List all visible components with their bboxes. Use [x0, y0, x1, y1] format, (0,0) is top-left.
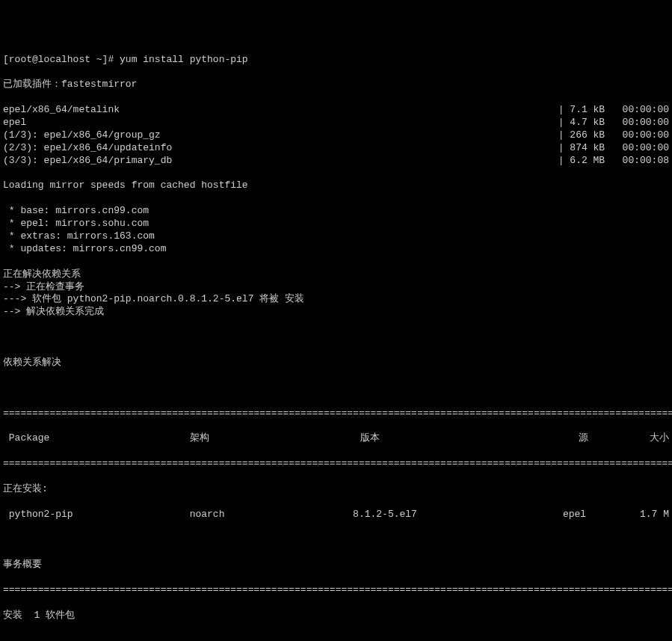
- repo-line: (1/3): epel/x86_64/group_gz| 266 kB 00:0…: [3, 129, 669, 142]
- plugin-line: 已加载插件：fastestmirror: [3, 79, 669, 91]
- text-line: * epel: mirrors.sohu.com: [3, 218, 669, 230]
- repo-line: (2/3): epel/x86_64/updateinfo| 874 kB 00…: [3, 142, 669, 155]
- repo-line: epel/x86_64/metalink| 7.1 kB 00:00:00: [3, 104, 669, 117]
- text-line: 安装 1 软件包: [3, 610, 669, 622]
- text-line: 正在解决依赖关系: [3, 269, 669, 281]
- blank: [3, 635, 669, 641]
- divider: ========================================…: [3, 408, 669, 420]
- terminal-output: [root@localhost ~]# yum install python-p…: [3, 41, 669, 641]
- blank: [3, 382, 669, 395]
- table-header: Package 架构 版本 源大小: [3, 432, 669, 445]
- text-line: --> 解决依赖关系完成: [3, 306, 669, 319]
- table-row: python2-pip noarch 8.1.2-5.el7 epel1.7 M: [3, 509, 669, 521]
- blank: [3, 331, 669, 344]
- text-line: 依赖关系解决: [3, 357, 669, 369]
- text-line: * updates: mirrors.cn99.com: [3, 243, 669, 256]
- text-line: 事务概要: [3, 559, 669, 571]
- text-line: * base: mirrors.cn99.com: [3, 205, 669, 218]
- divider: ========================================…: [3, 584, 669, 597]
- text-line: --> 正在检查事务: [3, 281, 669, 294]
- repo-line: epel| 4.7 kB 00:00:00: [3, 117, 669, 129]
- text-line: Loading mirror speeds from cached hostfi…: [3, 180, 669, 192]
- text-line: * extras: mirrors.163.com: [3, 230, 669, 243]
- divider: ========================================…: [3, 458, 669, 470]
- text-line: 正在安装:: [3, 483, 669, 496]
- prompt-line: [root@localhost ~]# yum install python-p…: [3, 54, 669, 67]
- blank: [3, 533, 669, 546]
- repo-line: (3/3): epel/x86_64/primary_db| 6.2 MB 00…: [3, 155, 669, 168]
- text-line: ---> 软件包 python2-pip.noarch.0.8.1.2-5.el…: [3, 293, 669, 306]
